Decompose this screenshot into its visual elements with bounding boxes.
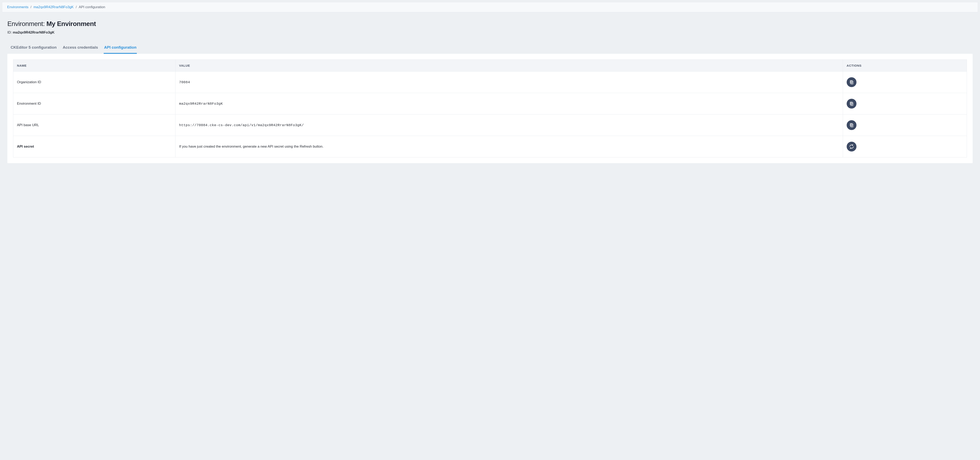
page-title-prefix: Environment: (7, 20, 46, 27)
table-row: API base URL https://70084.cke-cs-dev.co… (13, 114, 967, 136)
id-label: ID: (7, 30, 13, 34)
breadcrumb: Environments / ma2qx9R42RrarN8Fo3gK / AP… (2, 2, 978, 12)
row-name-environment-id: Environment ID (13, 93, 175, 114)
col-header-actions: ACTIONS (843, 60, 967, 71)
copy-icon (849, 80, 854, 85)
refresh-icon (849, 144, 854, 149)
tab-api-configuration[interactable]: API configuration (104, 44, 137, 54)
breadcrumb-separator: / (30, 5, 32, 9)
row-name-organization-id: Organization ID (13, 71, 175, 93)
page-title-name: My Environment (46, 20, 96, 27)
copy-icon (849, 123, 854, 128)
row-value-api-secret: If you have just created the environment… (179, 144, 323, 148)
copy-button[interactable] (847, 120, 856, 130)
page-header: Environment: My Environment ID: ma2qx9R4… (0, 14, 980, 38)
row-name-api-secret: API secret (13, 136, 175, 157)
page-subtitle: ID: ma2qx9R42RrarN8Fo3gK (7, 30, 973, 35)
tab-ckeditor-config[interactable]: CKEditor 5 configuration (10, 44, 57, 54)
tab-access-credentials[interactable]: Access credentials (62, 44, 99, 54)
copy-button[interactable] (847, 99, 856, 109)
table-row: Organization ID 70084 (13, 71, 967, 93)
col-header-name: NAME (13, 60, 175, 71)
breadcrumb-environment-id[interactable]: ma2qx9R42RrarN8Fo3gK (33, 5, 74, 9)
copy-icon (849, 101, 854, 106)
row-value-environment-id: ma2qx9R42RrarN8Fo3gK (179, 102, 223, 106)
row-value-api-base-url: https://70084.cke-cs-dev.com/api/v1/ma2q… (179, 123, 304, 127)
row-value-organization-id: 70084 (179, 80, 190, 84)
tabs: CKEditor 5 configuration Access credenti… (0, 38, 980, 54)
breadcrumb-environments[interactable]: Environments (7, 5, 29, 9)
table-row: Environment ID ma2qx9R42RrarN8Fo3gK (13, 93, 967, 114)
table-row: API secret If you have just created the … (13, 136, 967, 157)
copy-button[interactable] (847, 77, 856, 87)
page-title: Environment: My Environment (7, 20, 973, 28)
col-header-value: VALUE (175, 60, 843, 71)
refresh-button[interactable] (847, 142, 856, 151)
breadcrumb-separator: / (76, 5, 77, 9)
breadcrumb-current: API configuration (79, 5, 105, 9)
row-name-api-base-url: API base URL (13, 114, 175, 136)
config-table: NAME VALUE ACTIONS Organization ID 70084 (13, 59, 967, 157)
id-value: ma2qx9R42RrarN8Fo3gK (13, 30, 54, 34)
content-panel: NAME VALUE ACTIONS Organization ID 70084 (7, 54, 973, 163)
